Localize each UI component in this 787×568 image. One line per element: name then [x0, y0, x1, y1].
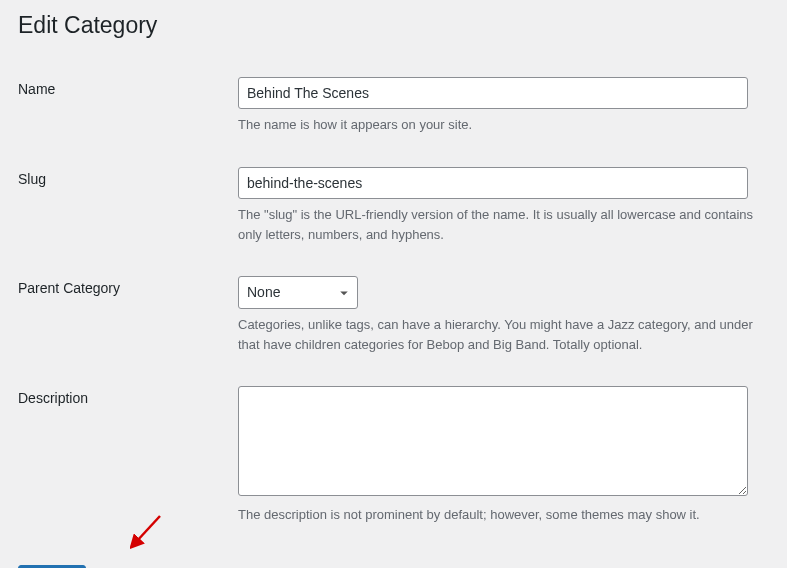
- description-label: Description: [18, 372, 238, 543]
- edit-category-form: Name The name is how it appears on your …: [18, 63, 769, 543]
- description-textarea[interactable]: [238, 386, 748, 496]
- name-hint: The name is how it appears on your site.: [238, 115, 758, 135]
- parent-select[interactable]: None: [238, 276, 358, 309]
- parent-hint: Categories, unlike tags, can have a hier…: [238, 315, 758, 354]
- parent-label: Parent Category: [18, 262, 238, 372]
- description-hint: The description is not prominent by defa…: [238, 505, 758, 525]
- name-input[interactable]: [238, 77, 748, 109]
- slug-input[interactable]: [238, 167, 748, 199]
- name-label: Name: [18, 63, 238, 153]
- slug-hint: The "slug" is the URL-friendly version o…: [238, 205, 758, 244]
- slug-label: Slug: [18, 153, 238, 262]
- page-title: Edit Category: [18, 12, 769, 39]
